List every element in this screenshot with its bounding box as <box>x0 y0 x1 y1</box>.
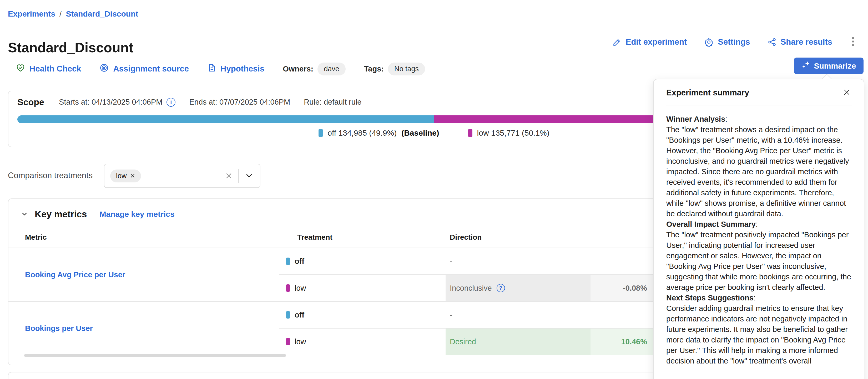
treatment-swatch-off <box>286 257 290 265</box>
breadcrumb-current[interactable]: Standard_Discount <box>66 9 138 19</box>
gear-icon <box>704 37 714 47</box>
tags-group: Tags: No tags <box>364 63 425 75</box>
more-options-button[interactable] <box>849 36 857 47</box>
treatment-swatch-low <box>286 338 290 345</box>
allocation-segment-off <box>18 115 434 123</box>
comparison-treatments-select[interactable]: low <box>104 164 260 188</box>
health-check-link[interactable]: Health Check <box>16 63 81 75</box>
metric-link-booking-avg-price[interactable]: Booking Avg Price per User <box>25 271 125 279</box>
help-icon[interactable]: ? <box>497 284 505 292</box>
target-icon <box>99 63 109 75</box>
chevron-down-icon <box>245 172 253 180</box>
close-icon <box>843 88 850 97</box>
select-clear-button[interactable] <box>219 172 238 179</box>
scope-rule: Rule: default rule <box>304 98 362 106</box>
sparkles-icon <box>801 61 810 71</box>
column-header-metric: Metric <box>8 227 279 248</box>
panel-divider <box>666 105 852 105</box>
chip-remove-icon[interactable] <box>130 173 135 178</box>
experiment-summary-panel: Experiment summary Winner Analysis:The "… <box>653 79 864 379</box>
breadcrumb-experiments[interactable]: Experiments <box>8 9 55 19</box>
summarize-button[interactable]: Summarize <box>794 58 864 74</box>
experiment-results-page: Experiments / Standard_Discount Standard… <box>0 0 868 379</box>
section-collapse-chevron-icon[interactable] <box>21 210 28 219</box>
owner-pill[interactable]: dave <box>317 63 346 75</box>
breadcrumb-separator: / <box>59 9 62 19</box>
horizontal-scrollbar-thumb[interactable] <box>24 354 286 357</box>
direction-cell: - <box>445 248 590 275</box>
scope-header-row: Scope Starts at: 04/13/2025 04:06PM i En… <box>18 97 362 107</box>
metric-cell: Booking Avg Price per User <box>8 248 279 302</box>
settings-button[interactable]: Settings <box>704 37 750 47</box>
legend-item-off: off 134,985 (49.9%) (Baseline) <box>318 129 439 137</box>
direction-cell-inconclusive: Inconclusive ? <box>445 275 590 302</box>
column-header-treatment: Treatment <box>279 227 445 248</box>
summary-section-overall-impact: Overall Impact Summary:The "low" treatme… <box>666 219 852 292</box>
share-icon <box>768 38 776 46</box>
metric-cell: Bookings per User <box>8 302 279 355</box>
page-title: Standard_Discount <box>8 40 133 56</box>
legend-item-low: low 135,771 (50.1%) <box>468 129 550 137</box>
metric-link-bookings-per-user[interactable]: Bookings per User <box>25 324 93 333</box>
summary-section-next-steps: Next Steps Suggestions:Consider adding g… <box>666 292 852 366</box>
treatment-swatch-low <box>286 284 290 292</box>
scope-title: Scope <box>18 97 44 107</box>
key-metrics-title: Key metrics <box>35 209 87 219</box>
treatment-cell: off <box>279 257 445 266</box>
select-chevron-button[interactable] <box>239 172 255 180</box>
column-header-direction: Direction <box>445 227 590 248</box>
pencil-icon <box>613 38 622 46</box>
direction-cell-desired: Desired <box>445 328 590 355</box>
summary-section-winner-analysis: Winner Analysis:The "low" treatment show… <box>666 114 852 219</box>
scope-ends-at: Ends at: 07/07/2025 04:06PM <box>189 98 290 106</box>
share-results-button[interactable]: Share results <box>768 37 832 47</box>
treatment-cell: low <box>279 284 445 292</box>
document-icon <box>207 63 216 74</box>
info-icon[interactable]: i <box>166 98 176 107</box>
owners-group: Owners: dave <box>283 63 346 75</box>
direction-cell: - <box>445 302 590 328</box>
hypothesis-link[interactable]: Hypothesis <box>207 63 265 74</box>
legend-swatch-off <box>318 129 323 137</box>
experiment-meta-bar: Health Check Assignment source Hypothesi… <box>16 61 425 77</box>
scope-starts-at: Starts at: 04/13/2025 04:06PM <box>59 98 162 106</box>
legend-swatch-low <box>468 129 472 137</box>
baseline-label: (Baseline) <box>401 129 439 137</box>
kebab-icon <box>851 44 855 47</box>
edit-experiment-button[interactable]: Edit experiment <box>613 37 687 47</box>
comparison-treatments-label: Comparison treatments <box>8 171 93 180</box>
title-actions: Edit experiment Settings Share results <box>613 36 857 47</box>
panel-title: Experiment summary <box>666 88 749 98</box>
breadcrumb: Experiments / Standard_Discount <box>8 9 138 19</box>
panel-close-button[interactable] <box>842 87 852 98</box>
manage-key-metrics-link[interactable]: Manage key metrics <box>99 210 175 219</box>
owners-label: Owners: <box>283 65 313 73</box>
tags-pill[interactable]: No tags <box>388 63 425 75</box>
assignment-source-link[interactable]: Assignment source <box>99 63 189 75</box>
treatment-chip-low[interactable]: low <box>110 170 141 182</box>
treatment-cell: low <box>279 338 445 346</box>
treatment-swatch-off <box>286 311 290 318</box>
tags-label: Tags: <box>364 65 384 73</box>
heart-check-icon <box>16 63 25 75</box>
panel-body: Winner Analysis:The "low" treatment show… <box>666 114 852 366</box>
treatment-cell: off <box>279 311 445 319</box>
